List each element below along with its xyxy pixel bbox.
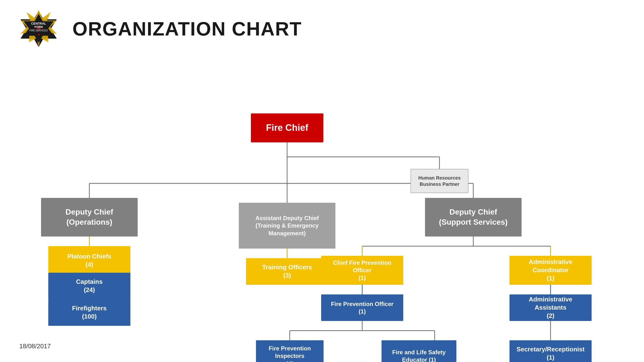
- cfpo-label: Chief Fire Prevention Officer (1): [333, 259, 391, 282]
- admin-asst-label: Administrative Assistants (2): [529, 295, 572, 320]
- flse-box: Fire and Life Safety Educator (1): [382, 340, 456, 362]
- logo-icon: ✦ CENTRAL YORK FIRE SERVICES ★: [19, 10, 58, 48]
- captains-box: Captains (24): [48, 273, 130, 299]
- firefighters-label: Firefighters (100): [72, 304, 106, 321]
- fpo-box: Fire Prevention Officer (1): [321, 295, 403, 321]
- platoon-chiefs-label: Platoon Chiefs (4): [67, 252, 111, 269]
- captains-label: Captains (24): [76, 278, 102, 294]
- deputy-ops-label: Deputy Chief (Operations): [66, 207, 113, 227]
- secretary-label: Secretary/Receptionist (1): [516, 345, 584, 362]
- deputy-support-box: Deputy Chief (Support Services): [425, 198, 522, 237]
- svg-text:YORK: YORK: [34, 25, 43, 29]
- org-chart: Fire Chief Human Resources Business Part…: [0, 53, 644, 357]
- training-officers-label: Training Officers (3): [262, 263, 312, 280]
- deputy-support-label: Deputy Chief (Support Services): [439, 207, 508, 227]
- fpi-box: Fire Prevention Inspectors (4): [256, 340, 324, 362]
- svg-text:FIRE SERVICES: FIRE SERVICES: [30, 29, 48, 32]
- fpi-label: Fire Prevention Inspectors (4): [269, 345, 311, 362]
- adc-label: Assistant Deputy Chief (Training & Emerg…: [256, 214, 319, 237]
- header: ✦ CENTRAL YORK FIRE SERVICES ★ ORGANIZAT…: [0, 0, 644, 53]
- svg-text:★: ★: [37, 32, 40, 36]
- training-officers-box: Training Officers (3): [246, 258, 328, 285]
- hr-bp-box: Human Resources Business Partner: [410, 169, 468, 193]
- date-label: 18/08/2017: [19, 343, 51, 350]
- adc-box: Assistant Deputy Chief (Training & Emerg…: [239, 203, 336, 249]
- firefighters-box: Firefighters (100): [48, 299, 130, 326]
- platoon-chiefs-box: Platoon Chiefs (4): [48, 246, 130, 275]
- flse-label: Fire and Life Safety Educator (1): [392, 349, 446, 362]
- admin-asst-box: Administrative Assistants (2): [510, 295, 592, 321]
- admin-coord-box: Administrative Coordinator (1): [510, 256, 592, 285]
- fire-chief-box: Fire Chief: [251, 113, 323, 142]
- fpo-label: Fire Prevention Officer (1): [331, 300, 394, 315]
- page-title: ORGANIZATION CHART: [72, 18, 302, 40]
- svg-text:CENTRAL: CENTRAL: [31, 22, 46, 25]
- cfpo-box: Chief Fire Prevention Officer (1): [321, 256, 403, 285]
- hr-bp-label: Human Resources Business Partner: [418, 175, 461, 187]
- admin-coord-label: Administrative Coordinator (1): [529, 258, 572, 282]
- deputy-ops-box: Deputy Chief (Operations): [41, 198, 138, 237]
- secretary-box: Secretary/Receptionist (1): [510, 340, 592, 362]
